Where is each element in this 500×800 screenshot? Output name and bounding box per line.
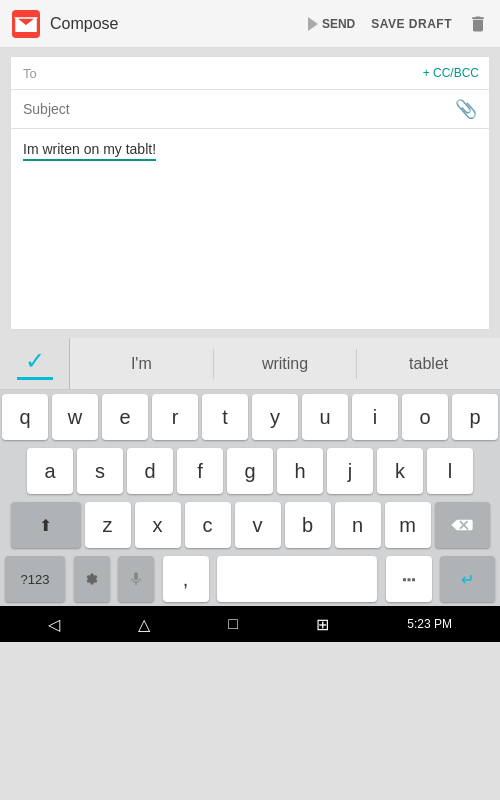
home-button[interactable]: △ xyxy=(130,611,158,638)
attach-icon[interactable]: 📎 xyxy=(455,98,477,120)
key-row-4: ?123 , ↵ xyxy=(0,552,500,606)
to-field-row: + CC/BCC xyxy=(11,57,489,90)
key-i[interactable]: i xyxy=(352,394,398,440)
recent-apps-button[interactable]: □ xyxy=(220,611,246,637)
suggestion-word-0[interactable]: I'm xyxy=(70,349,214,379)
key-t[interactable]: t xyxy=(202,394,248,440)
period-key[interactable] xyxy=(386,556,432,602)
delete-icon[interactable] xyxy=(468,14,488,34)
grid-button[interactable]: ⊞ xyxy=(308,611,337,638)
send-arrow-icon xyxy=(308,17,318,31)
key-row-3: ⬆ z x c v b n m xyxy=(0,498,500,552)
compose-title: Compose xyxy=(50,15,308,33)
key-d[interactable]: d xyxy=(127,448,173,494)
subject-input[interactable] xyxy=(23,101,455,117)
back-button[interactable]: ◁ xyxy=(40,611,68,638)
enter-icon: ↵ xyxy=(461,570,474,589)
suggestion-bar: ✓ I'm writing tablet xyxy=(0,338,500,390)
settings-icon xyxy=(85,572,99,586)
bottom-nav: ◁ △ □ ⊞ 5:23 PM xyxy=(0,606,500,642)
key-w[interactable]: w xyxy=(52,394,98,440)
key-j[interactable]: j xyxy=(327,448,373,494)
key-b[interactable]: b xyxy=(285,502,331,548)
shift-key[interactable]: ⬆ xyxy=(11,502,81,548)
more-icon xyxy=(400,572,418,586)
body-text: Im writen on my tablt! xyxy=(23,141,156,161)
subject-field-row: 📎 xyxy=(11,90,489,129)
suggestion-word-2[interactable]: tablet xyxy=(357,349,500,379)
key-row-1: q w e r t y u i o p xyxy=(0,390,500,444)
status-bar: 5:23 PM xyxy=(399,613,460,635)
mic-icon xyxy=(128,569,144,589)
comma-key[interactable]: , xyxy=(163,556,209,602)
key-f[interactable]: f xyxy=(177,448,223,494)
key-q[interactable]: q xyxy=(2,394,48,440)
to-label xyxy=(23,66,73,81)
send-label: SEND xyxy=(322,17,355,31)
key-l[interactable]: l xyxy=(427,448,473,494)
key-r[interactable]: r xyxy=(152,394,198,440)
save-draft-button[interactable]: SAVE DRAFT xyxy=(365,13,458,35)
send-button[interactable]: SEND xyxy=(308,17,355,31)
cc-bcc-button[interactable]: + CC/BCC xyxy=(423,66,479,80)
autocorrect-accept-button[interactable]: ✓ xyxy=(0,338,70,389)
keyboard: q w e r t y u i o p a s d f g h j k l ⬆ … xyxy=(0,390,500,606)
delete-key[interactable] xyxy=(435,502,490,548)
key-u[interactable]: u xyxy=(302,394,348,440)
key-z[interactable]: z xyxy=(85,502,131,548)
top-bar: Compose SEND SAVE DRAFT xyxy=(0,0,500,48)
mic-key[interactable] xyxy=(118,556,154,602)
underline-bar xyxy=(17,377,53,380)
space-key[interactable] xyxy=(217,556,377,602)
body-area[interactable]: Im writen on my tablt! xyxy=(11,129,489,329)
key-k[interactable]: k xyxy=(377,448,423,494)
enter-key[interactable]: ↵ xyxy=(440,556,495,602)
key-row-2: a s d f g h j k l xyxy=(0,444,500,498)
key-g[interactable]: g xyxy=(227,448,273,494)
key-s[interactable]: s xyxy=(77,448,123,494)
key-c[interactable]: c xyxy=(185,502,231,548)
key-n[interactable]: n xyxy=(335,502,381,548)
key-p[interactable]: p xyxy=(452,394,498,440)
key-e[interactable]: e xyxy=(102,394,148,440)
key-x[interactable]: x xyxy=(135,502,181,548)
top-actions: SEND SAVE DRAFT xyxy=(308,13,488,35)
key-m[interactable]: m xyxy=(385,502,431,548)
check-icon: ✓ xyxy=(25,347,45,375)
num-key[interactable]: ?123 xyxy=(5,556,65,602)
gmail-icon xyxy=(12,10,40,38)
key-a[interactable]: a xyxy=(27,448,73,494)
to-input[interactable] xyxy=(81,65,477,81)
key-h[interactable]: h xyxy=(277,448,323,494)
backspace-icon xyxy=(451,517,473,533)
key-y[interactable]: y xyxy=(252,394,298,440)
settings-key[interactable] xyxy=(74,556,110,602)
suggestion-word-1[interactable]: writing xyxy=(214,349,358,379)
key-o[interactable]: o xyxy=(402,394,448,440)
key-v[interactable]: v xyxy=(235,502,281,548)
compose-area: + CC/BCC 📎 Im writen on my tablt! xyxy=(10,56,490,330)
